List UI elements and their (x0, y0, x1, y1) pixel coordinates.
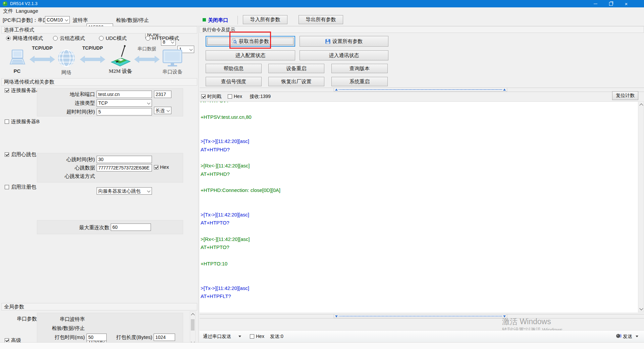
splitter-arrow-down-icon[interactable] (335, 315, 338, 317)
pack-time-input[interactable]: 50 (87, 334, 107, 341)
timestamp-label[interactable]: 时间戳 (207, 94, 221, 100)
radio-cloud-config[interactable] (53, 36, 58, 41)
register-label[interactable]: 启用注册包 (11, 184, 36, 190)
left-panel-scrollbar[interactable] (190, 311, 196, 345)
splitter-arrow-up-icon[interactable] (335, 89, 338, 91)
radio-cloud-config-label[interactable]: 云组态模式 (60, 35, 85, 42)
system-reboot-label: 系统重启 (350, 79, 370, 85)
radio-udc-mode-label[interactable]: UDC模式 (106, 35, 127, 42)
terminal-line (201, 106, 638, 114)
sent-count: 发送:0 (270, 334, 283, 340)
terminal-line: AT+HTPHD? (201, 147, 638, 155)
device-reboot-button[interactable]: 设备重启 (268, 64, 324, 73)
set-all-params-button[interactable]: 设置所有参数 (300, 36, 388, 47)
recv-hex-label[interactable]: Hex (234, 94, 242, 99)
addr-port-label: 地址和端口 (40, 91, 95, 98)
restore-button[interactable] (603, 0, 619, 7)
radio-net-transparent[interactable] (6, 36, 11, 41)
diagram-node-m2m-label: M2M 设备 (106, 68, 135, 74)
serverA-checkbox[interactable] (5, 88, 9, 93)
help-info-button[interactable]: 帮助信息 (206, 64, 262, 73)
system-reboot-button[interactable]: 系统重启 (331, 77, 388, 86)
menu-item-file[interactable]: 文件 (3, 7, 13, 15)
bottom-splitter[interactable] (200, 314, 644, 318)
query-version-button[interactable]: 查询版本 (331, 64, 388, 73)
terminal-line: +HTPTO:10 (201, 261, 638, 269)
hb-time-input[interactable]: 30 (97, 156, 152, 163)
pc-icon (7, 49, 27, 67)
send-hex-label[interactable]: Hex (256, 334, 264, 339)
timeout-label: 超时时间(秒) (40, 109, 95, 115)
pack-len-input[interactable]: 1024 (154, 334, 175, 341)
hb-hex-label[interactable]: Hex (160, 164, 169, 170)
splitter-arrow-up-icon[interactable] (503, 89, 506, 91)
scrollbar-thumb[interactable] (191, 319, 195, 331)
enter-config-button[interactable]: 进入配置状态 (206, 50, 295, 60)
hb-mode-select[interactable]: 向服务器发送心跳包 (97, 187, 152, 195)
com-port-select[interactable]: COM10 (45, 16, 70, 23)
diagram-node-pc-label: PC (7, 68, 27, 74)
server-address-input[interactable]: test.usr.cn (97, 91, 152, 98)
dropdown-arrow-icon[interactable] (636, 336, 638, 337)
terminal-log[interactable]: AT+HTPSV? +HTPSV:test.usr.cn,80 >[Tx->][… (200, 101, 638, 312)
terminal-vscrollbar[interactable] (638, 101, 644, 312)
bottom-horizontal-scrollbar[interactable] (334, 314, 507, 318)
close-button[interactable]: × (619, 0, 634, 7)
conn-type-select[interactable]: TCP (97, 99, 152, 107)
close-serial-button[interactable]: 关闭串口 (208, 17, 228, 23)
reset-count-button[interactable]: 复位计数 (612, 91, 638, 100)
hb-time-label: 心跳时间(秒) (40, 156, 95, 163)
hb-mode-value: 向服务器发送心跳包 (98, 188, 141, 194)
top-horizontal-scrollbar[interactable] (334, 88, 507, 92)
timestamp-checkbox[interactable] (201, 94, 206, 99)
radio-httpd-mode[interactable] (146, 36, 150, 41)
export-params-button[interactable]: 导出所有参数 (299, 15, 343, 24)
query-signal-button[interactable]: 查信号强度 (206, 77, 262, 86)
terminal-line: >[Tx->][11:42:20][asc] (201, 212, 638, 220)
send-hex-checkbox[interactable] (250, 334, 254, 339)
radio-net-transparent-label[interactable]: 网络透传模式 (13, 35, 43, 42)
device-reboot-label: 设备重启 (286, 65, 307, 72)
keepalive-select[interactable]: 长连 (154, 107, 171, 114)
minimize-button[interactable] (588, 0, 603, 7)
toolbar-separator (237, 16, 238, 24)
reconnect-input[interactable]: 60 (111, 223, 151, 231)
terminal-line: >[Rx<-][11:42:20][asc] (201, 163, 638, 171)
get-current-params-button[interactable]: 获取当前参数 (206, 36, 295, 47)
menu-item-language[interactable]: Language (16, 7, 38, 15)
terminal-line: AT+HTPTO? (201, 220, 638, 228)
send-via-serial-dropdown[interactable]: 通过串口发送 (203, 334, 231, 340)
timeout-input[interactable]: 5 (97, 108, 152, 115)
hb-hex-checkbox[interactable] (154, 165, 158, 169)
enter-config-label: 进入配置状态 (235, 52, 266, 59)
terminal-line (201, 253, 638, 261)
factory-reset-button[interactable]: 恢复出厂设置 (268, 77, 324, 86)
windows-activate-watermark: 激活 Windows (502, 316, 551, 327)
send-bar: 通过串口发送 Hex 发送:0 发送 (200, 330, 644, 342)
serverB-label[interactable]: 连接服务器B (11, 118, 40, 125)
enter-comm-button[interactable]: 进入通讯状态 (300, 50, 388, 60)
scroll-down-icon[interactable] (639, 306, 643, 310)
heartbeat-label[interactable]: 启用心跳包 (11, 151, 36, 158)
terminal-line (201, 277, 638, 285)
terminal-line: >[Tx->][11:42:20][asc] (201, 285, 638, 293)
serverA-label[interactable]: 连接服务器A (11, 87, 40, 94)
recv-hex-checkbox[interactable] (228, 94, 232, 99)
terminal-line: +HTPSV:test.usr.cn,80 (201, 114, 638, 122)
radio-httpd-mode-label[interactable]: HTTPD模式 (152, 35, 179, 42)
server-port-input[interactable]: 2317 (154, 91, 171, 98)
import-params-button[interactable]: 导入所有参数 (243, 15, 287, 24)
hb-data-input[interactable]: 7777772E7573722E636E (97, 164, 152, 171)
scroll-up-icon[interactable] (191, 313, 195, 317)
radio-udc-mode[interactable] (99, 36, 104, 41)
dropdown-arrow-icon[interactable] (238, 336, 241, 337)
heartbeat-checkbox[interactable] (5, 152, 9, 157)
serverB-checkbox[interactable] (5, 119, 9, 124)
baud-label: 波特率 (73, 17, 88, 23)
work-mode-header: 选择工作模式 (1, 26, 197, 34)
send-button[interactable]: 发送 (623, 334, 632, 340)
scroll-up-icon[interactable] (639, 103, 643, 107)
reset-count-label: 复位计数 (616, 93, 635, 99)
top-splitter[interactable] (200, 88, 644, 92)
register-checkbox[interactable] (5, 185, 9, 189)
